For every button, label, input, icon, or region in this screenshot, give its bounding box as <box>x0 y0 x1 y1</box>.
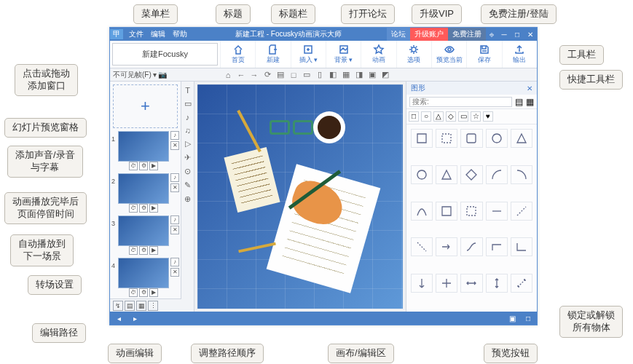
status-lock-icon[interactable]: □ <box>522 314 534 323</box>
shape-search-input[interactable] <box>409 97 512 107</box>
slide-sound-icon[interactable]: ♪ <box>170 215 179 224</box>
slide-thumb-3[interactable] <box>118 215 169 246</box>
toolbar-home[interactable]: 首页 <box>220 41 255 68</box>
quickbar-icon-12[interactable]: ◩ <box>380 70 390 79</box>
quickbar-icon-1[interactable]: ← <box>236 71 246 79</box>
upgrade-vip-button[interactable]: 升级账户 <box>410 28 448 41</box>
shape-dbl-d[interactable] <box>511 274 532 293</box>
shape-arc2[interactable] <box>511 165 532 184</box>
slide-time-icon[interactable]: ⏱ <box>129 246 138 255</box>
menu-file[interactable]: 文件 <box>126 28 146 41</box>
vstrip-tool-8[interactable]: ⊕ <box>184 194 191 204</box>
shape-panel-close-icon[interactable]: ✕ <box>527 84 532 92</box>
quickbar-icon-2[interactable]: → <box>249 71 259 79</box>
shape-rhombus[interactable] <box>460 165 482 184</box>
slide-time-icon[interactable]: ⏱ <box>129 204 138 213</box>
min-button[interactable]: ─ <box>498 31 511 39</box>
shape-cross[interactable] <box>436 274 457 293</box>
toolbar-new[interactable]: 新建 <box>255 41 290 68</box>
canvas-obj-coffee[interactable] <box>313 111 345 143</box>
side-tool-1[interactable]: ▤ <box>125 301 135 311</box>
shape-rect-d[interactable] <box>436 129 457 148</box>
shape-arrow[interactable] <box>436 237 457 256</box>
slide-gear-icon[interactable]: ⚙ <box>139 246 148 255</box>
status-prev-icon[interactable]: ◂ <box>113 314 125 323</box>
shape-elbow2[interactable] <box>511 237 532 256</box>
close-button[interactable]: ✕ <box>524 31 537 39</box>
canvas-obj-pencil1[interactable] <box>237 109 262 151</box>
toolbar-options[interactable]: 选项 <box>396 41 431 68</box>
slide-close-icon[interactable]: ✕ <box>170 268 179 277</box>
shape-rect[interactable] <box>411 129 433 148</box>
quickbar-icon-7[interactable]: ▯ <box>315 70 325 79</box>
vstrip-tool-1[interactable]: ▭ <box>184 99 192 108</box>
vstrip-tool-3[interactable]: ♫ <box>184 126 190 135</box>
quickbar-icon-4[interactable]: ▤ <box>275 70 286 79</box>
canvas[interactable] <box>197 84 403 309</box>
shape-dbl-h[interactable] <box>460 274 482 293</box>
side-tool-3[interactable]: ⋮ <box>148 301 158 311</box>
shape-circle[interactable] <box>411 165 433 184</box>
slide-gear-icon[interactable]: ⚙ <box>139 162 148 170</box>
shape-arrow-v[interactable] <box>411 274 433 293</box>
shape-cat-1[interactable]: ○ <box>421 111 431 122</box>
toolbar-save[interactable]: 保存 <box>466 41 501 68</box>
search-view2-icon[interactable]: ▦ <box>526 97 534 107</box>
shape-curve2[interactable] <box>460 237 482 256</box>
new-focusky-box[interactable]: 新建Focusky <box>112 43 218 66</box>
login-icon[interactable]: ⎆ <box>486 31 498 39</box>
shape-cat-0[interactable]: □ <box>409 111 419 122</box>
slide-auto-icon[interactable]: ▶ <box>149 204 158 213</box>
vstrip-tool-2[interactable]: ♪ <box>186 113 190 122</box>
slide-sound-icon[interactable]: ♪ <box>170 131 179 140</box>
slide-thumb-2[interactable] <box>118 173 169 204</box>
slide-sound-icon[interactable]: ♪ <box>170 173 179 182</box>
canvas-obj-notebook[interactable] <box>224 147 280 213</box>
add-window-button[interactable]: + <box>113 84 178 128</box>
menu-edit[interactable]: 编辑 <box>148 28 168 41</box>
shape-roundrect[interactable] <box>460 129 482 148</box>
quickbar-icon-5[interactable]: □ <box>288 71 299 79</box>
quickbar-icon-8[interactable]: ◧ <box>328 70 338 79</box>
status-next-icon[interactable]: ▸ <box>129 314 141 323</box>
shape-triangle[interactable] <box>436 165 457 184</box>
slide-close-icon[interactable]: ✕ <box>170 183 179 192</box>
slide-sound-icon[interactable]: ♪ <box>170 258 179 266</box>
register-button[interactable]: 免费注册 <box>448 28 486 41</box>
toolbar-export[interactable]: 输出 <box>502 41 537 68</box>
max-button[interactable]: □ <box>511 31 524 39</box>
shape-elbow[interactable] <box>486 237 508 256</box>
shape-cat-3[interactable]: ◇ <box>446 111 456 122</box>
shape-cat-5[interactable]: ☆ <box>471 111 481 122</box>
shape-line-h[interactable] <box>486 202 508 221</box>
vstrip-tool-6[interactable]: ⊙ <box>184 167 191 176</box>
toolbar-insert[interactable]: 插入 ▾ <box>291 41 326 68</box>
shape-line-d2[interactable] <box>411 237 433 256</box>
slide-close-icon[interactable]: ✕ <box>170 141 179 150</box>
quickbar-icon-3[interactable]: ⟳ <box>262 70 272 79</box>
shape-cat-4[interactable]: ▭ <box>458 111 468 122</box>
shape-arc[interactable] <box>486 165 508 184</box>
toolbar-animation[interactable]: 动画 <box>361 41 396 68</box>
shape-rect-dash[interactable] <box>460 202 482 221</box>
quickbar-icon-11[interactable]: ▣ <box>367 70 377 79</box>
quickbar-icon-9[interactable]: ▦ <box>341 70 351 79</box>
menu-help[interactable]: 帮助 <box>170 28 190 41</box>
canvas-obj-glasses[interactable] <box>270 120 313 132</box>
shape-cat-6[interactable]: ♥ <box>483 111 493 122</box>
vstrip-tool-4[interactable]: ▷ <box>185 139 191 149</box>
quickbar-icon-0[interactable]: ⌂ <box>223 71 233 79</box>
vstrip-tool-5[interactable]: ✈ <box>184 153 191 162</box>
camera-icon[interactable]: 📷 <box>158 71 167 79</box>
side-tool-0[interactable]: ↯ <box>113 301 123 311</box>
search-view1-icon[interactable]: ▤ <box>515 97 523 107</box>
shape-rect-sel[interactable] <box>436 202 457 221</box>
forum-button[interactable]: 论坛 <box>387 28 410 41</box>
slide-time-icon[interactable]: ⏱ <box>129 162 138 170</box>
quickbar-icon-10[interactable]: ◨ <box>354 70 364 79</box>
shape-cat-2[interactable]: △ <box>433 111 444 122</box>
vstrip-tool-7[interactable]: ✎ <box>184 181 191 190</box>
slide-close-icon[interactable]: ✕ <box>170 226 179 234</box>
shape-dbl-v[interactable] <box>486 274 508 293</box>
side-tool-2[interactable]: ▦ <box>136 301 146 311</box>
